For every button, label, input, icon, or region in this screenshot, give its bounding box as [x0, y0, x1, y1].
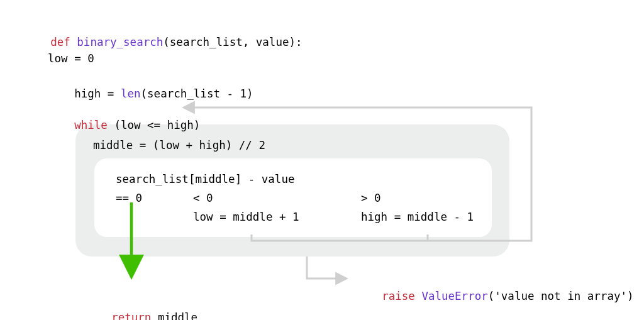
case-gt: > 0: [361, 190, 381, 206]
low-init: low = 0: [48, 50, 94, 67]
raise-arrow: [307, 257, 346, 279]
while-keyword: while: [74, 119, 108, 131]
branch-box: [94, 158, 492, 237]
return-keyword: return: [111, 311, 151, 320]
error-type: ValueError: [415, 290, 488, 302]
params: (search_list, value):: [163, 36, 302, 48]
def-keyword: def: [50, 36, 70, 48]
error-msg: ('value not in array'): [488, 290, 634, 302]
binary-search-diagram: def binary_search(search_list, value): l…: [13, 13, 631, 320]
return-val: middle: [151, 311, 197, 320]
function-name: binary_search: [77, 36, 163, 48]
len-call: len: [121, 87, 141, 100]
high-update: high = middle - 1: [361, 209, 474, 225]
case-eq: == 0: [116, 190, 142, 206]
while-cond: (low <= high): [108, 119, 201, 131]
case-lt: < 0: [193, 190, 213, 206]
return-line: return middle: [85, 293, 197, 320]
middle-assign: middle = (low + high) // 2: [93, 137, 265, 153]
raise-line: raise ValueError('value not in array'): [355, 272, 634, 320]
raise-keyword: raise: [382, 290, 415, 302]
compare-expr: search_list[middle] - value: [116, 171, 294, 187]
low-update: low = middle + 1: [193, 209, 299, 225]
